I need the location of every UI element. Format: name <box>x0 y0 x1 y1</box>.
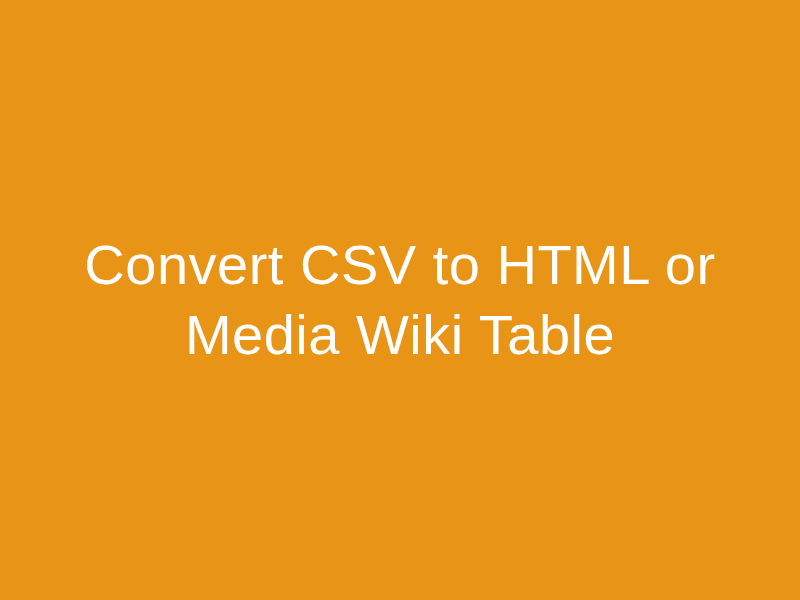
page-title: Convert CSV to HTML or Media Wiki Table <box>40 230 760 370</box>
title-container: Convert CSV to HTML or Media Wiki Table <box>0 230 800 370</box>
